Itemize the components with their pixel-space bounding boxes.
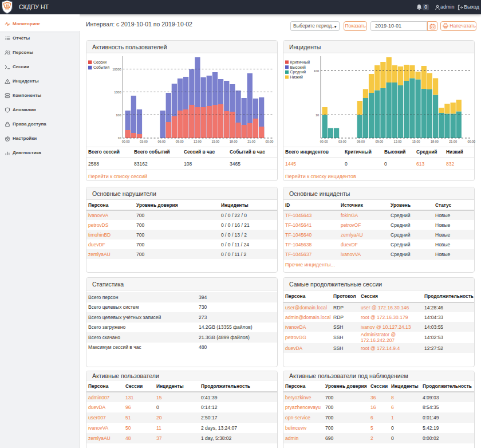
- svg-text:18:00: 18:00: [431, 140, 439, 143]
- svg-text:18:00: 18:00: [230, 140, 238, 143]
- svg-text:21:00: 21:00: [449, 140, 457, 143]
- svg-text:00:00: 00:00: [266, 140, 274, 143]
- svg-text:Низкий: Низкий: [290, 75, 303, 79]
- svg-text:03:00: 03:00: [338, 140, 346, 143]
- svg-text:00:00: 00:00: [122, 140, 130, 143]
- svg-text:1000: 1000: [114, 91, 121, 94]
- svg-text:06:00: 06:00: [157, 140, 165, 143]
- svg-text:15:00: 15:00: [211, 140, 219, 143]
- svg-text:12:00: 12:00: [194, 140, 202, 143]
- svg-text:10: 10: [117, 136, 121, 140]
- svg-text:09:00: 09:00: [375, 140, 383, 143]
- svg-text:06:00: 06:00: [357, 140, 365, 143]
- svg-text:21:00: 21:00: [247, 140, 255, 143]
- svg-text:09:00: 09:00: [176, 140, 184, 143]
- svg-text:100: 100: [116, 113, 121, 117]
- svg-text:События: События: [93, 65, 109, 69]
- svg-text:Средний: Средний: [290, 70, 306, 74]
- svg-text:03:00: 03:00: [140, 140, 148, 143]
- svg-text:Высокий: Высокий: [290, 65, 306, 69]
- svg-text:10000: 10000: [112, 68, 121, 71]
- svg-text:Сессии: Сессии: [93, 60, 107, 64]
- svg-text:00:00: 00:00: [320, 140, 328, 143]
- svg-text:100: 100: [314, 69, 319, 73]
- svg-text:00:00: 00:00: [467, 140, 475, 143]
- svg-text:15:00: 15:00: [412, 140, 420, 143]
- svg-text:10: 10: [316, 113, 319, 117]
- svg-text:12:00: 12:00: [394, 140, 402, 143]
- svg-text:Критичный: Критичный: [290, 60, 310, 65]
